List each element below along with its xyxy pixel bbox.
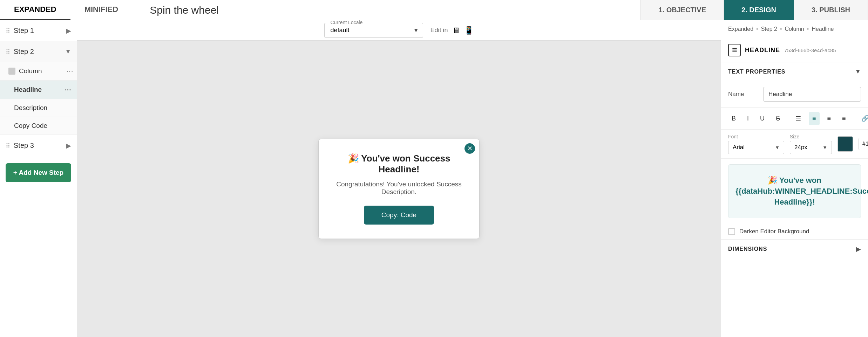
size-select-group: Size 24px ▼ <box>790 134 832 154</box>
darken-label: Darken Editor Background <box>739 228 809 235</box>
center-canvas: Current Locale default ▼ Edit in 🖥 📱 ✕ 🎉… <box>77 20 721 337</box>
modal-close-button[interactable]: ✕ <box>464 143 475 154</box>
desktop-icon[interactable]: 🖥 <box>452 26 460 35</box>
column-icon <box>8 68 15 75</box>
wizard-step-publish[interactable]: 3. PUBLISH <box>794 0 868 20</box>
font-select-arrow: ▼ <box>775 145 780 150</box>
chevron-step3: ▶ <box>66 142 71 150</box>
sidebar-step-2: ⠿ Step 2 ▼ Column ⋯ Headline ⋯ Descri <box>0 41 77 135</box>
chevron-step1: ▶ <box>66 27 71 35</box>
tab-minified[interactable]: MINIFIED <box>70 0 133 20</box>
sidebar-item-headline[interactable]: Headline ⋯ <box>0 81 77 99</box>
section-chevron[interactable]: ▼ <box>855 68 861 75</box>
name-prop-input[interactable] <box>763 87 861 102</box>
sidebar-step-1: ⠿ Step 1 ▶ <box>0 20 77 41</box>
canvas-toolbar: Current Locale default ▼ Edit in 🖥 📱 <box>77 20 721 41</box>
locale-select-value[interactable]: default <box>325 23 423 37</box>
sidebar-step-3-header[interactable]: ⠿ Step 3 ▶ <box>0 135 77 156</box>
sidebar-step-1-header[interactable]: ⠿ Step 1 ▶ <box>0 20 77 41</box>
edit-in-group: Edit in 🖥 📱 <box>430 26 473 35</box>
tab-group: EXPANDED MINIFIED <box>0 0 132 20</box>
align-justify-button[interactable]: ≡ <box>839 112 849 125</box>
breadcrumb: Expanded • Step 2 • Column • Headline <box>721 20 868 38</box>
font-select-group: Font Arial ▼ <box>728 134 784 154</box>
align-center-button[interactable]: ≡ <box>809 112 820 125</box>
text-properties-section-header[interactable]: TEXT PROPERTIES ▼ <box>721 62 868 81</box>
left-sidebar: ⠿ Step 1 ▶ ⠿ Step 2 ▼ Column ⋯ <box>0 20 77 337</box>
size-select-arrow: ▼ <box>822 145 827 150</box>
size-select[interactable]: 24px ▼ <box>790 141 832 154</box>
modal-preview: ✕ 🎉 You've won Success Headline! Congrat… <box>318 139 480 239</box>
component-name-label: HEADLINE <box>745 47 780 54</box>
drag-icon-step3: ⠿ <box>6 142 10 150</box>
mobile-icon[interactable]: 📱 <box>464 26 474 35</box>
align-left-button[interactable]: ☰ <box>792 112 805 125</box>
sidebar-step-2-header[interactable]: ⠿ Step 2 ▼ <box>0 41 77 62</box>
headline-menu-dots[interactable]: ⋯ <box>64 85 71 94</box>
preview-text: 🎉 You've won {{dataHub:WINNER_HEADLINE:S… <box>735 175 854 207</box>
drag-icon-step2: ⠿ <box>6 48 10 56</box>
canvas-content: ✕ 🎉 You've won Success Headline! Congrat… <box>77 41 721 337</box>
tab-expanded[interactable]: EXPANDED <box>0 0 70 20</box>
name-property-row: Name <box>721 81 868 108</box>
sidebar-item-column[interactable]: Column ⋯ <box>0 62 77 81</box>
wizard-step-objective[interactable]: 1. OBJECTIVE <box>641 0 724 20</box>
sidebar-step-3: ⠿ Step 3 ▶ <box>0 135 77 156</box>
locale-selector[interactable]: Current Locale default ▼ <box>324 23 423 38</box>
formatting-row: B I U S ☰ ≡ ≡ ≡ 🔗 ⋯ <box>721 108 868 130</box>
font-select-label: Font <box>728 134 784 139</box>
dimensions-chevron[interactable]: ▶ <box>856 245 861 253</box>
bold-button[interactable]: B <box>728 112 739 125</box>
color-swatch[interactable] <box>838 136 853 152</box>
color-hex-value[interactable]: #15464dff <box>859 138 868 150</box>
section-title: TEXT PROPERTIES <box>728 69 785 75</box>
component-id: 753d-666b-3e4d-ac85 <box>784 47 836 53</box>
sidebar-step-2-children: Column ⋯ Headline ⋯ Description Copy Cod… <box>0 62 77 135</box>
link-button[interactable]: 🔗 <box>858 112 868 125</box>
name-prop-label: Name <box>728 91 763 98</box>
main-layout: ⠿ Step 1 ▶ ⠿ Step 2 ▼ Column ⋯ <box>0 20 868 337</box>
component-header: ☰ HEADLINE 753d-666b-3e4d-ac85 <box>721 38 868 62</box>
column-menu-dots[interactable]: ⋯ <box>66 67 73 75</box>
dimensions-section[interactable]: DIMENSIONS ▶ <box>721 240 868 259</box>
size-select-label: Size <box>790 134 832 139</box>
wizard-steps: 1. OBJECTIVE 2. DESIGN 3. PUBLISH <box>640 0 868 20</box>
underline-button[interactable]: U <box>757 112 768 125</box>
add-new-step-button[interactable]: + Add New Step <box>6 163 71 182</box>
top-bar: EXPANDED MINIFIED Spin the wheel 1. OBJE… <box>0 0 868 20</box>
strikethrough-button[interactable]: S <box>772 112 784 125</box>
darken-editor-row: Darken Editor Background <box>721 224 868 240</box>
locale-dropdown-arrow: ▼ <box>413 27 419 34</box>
page-title: Spin the wheel <box>150 4 640 16</box>
locale-label: Current Locale <box>329 20 364 25</box>
modal-description: Congratulations! You've unlocked Success… <box>336 180 462 196</box>
sidebar-item-description[interactable]: Description <box>0 99 77 117</box>
right-panel: Expanded • Step 2 • Column • Headline ☰ … <box>721 20 868 337</box>
dimensions-title: DIMENSIONS <box>728 246 767 252</box>
darken-checkbox[interactable] <box>728 228 735 235</box>
modal-copy-button[interactable]: Copy: Code <box>364 206 434 225</box>
italic-button[interactable]: I <box>744 112 752 125</box>
sidebar-item-copy-code[interactable]: Copy Code <box>0 117 77 135</box>
drag-icon-step1: ⠿ <box>6 27 10 35</box>
modal-headline: 🎉 You've won Success Headline! <box>336 153 462 175</box>
font-row: Font Arial ▼ Size 24px ▼ #15464dff <box>721 130 868 159</box>
component-icon: ☰ <box>728 44 741 56</box>
preview-area: 🎉 You've won {{dataHub:WINNER_HEADLINE:S… <box>728 164 861 218</box>
chevron-step2: ▼ <box>65 48 71 55</box>
font-select[interactable]: Arial ▼ <box>728 141 784 154</box>
align-right-button[interactable]: ≡ <box>824 112 835 125</box>
wizard-step-design[interactable]: 2. DESIGN <box>724 0 794 20</box>
